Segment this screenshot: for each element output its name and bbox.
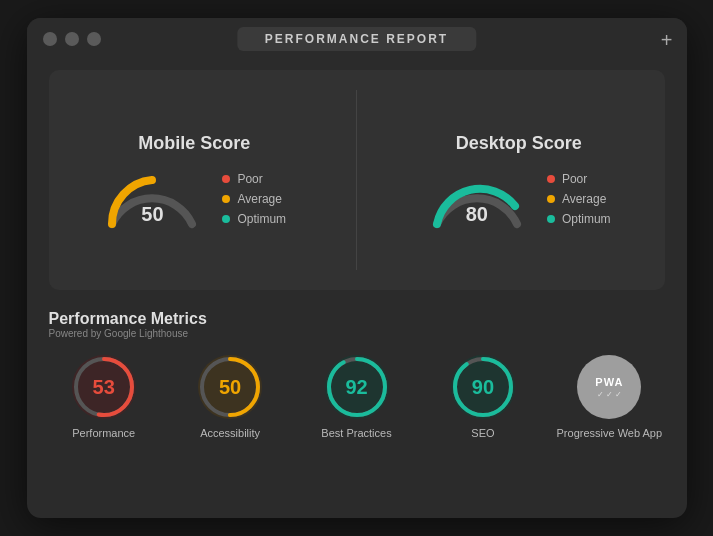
pwa-label: Progressive Web App <box>557 427 663 439</box>
metrics-row: 53 Performance 50 Accessibility <box>49 355 665 439</box>
mobile-legend-poor: Poor <box>222 172 286 186</box>
traffic-light-close[interactable] <box>43 32 57 46</box>
traffic-lights <box>43 32 101 46</box>
desktop-score-body: 80 Poor Average Optimum <box>427 170 611 228</box>
mobile-score-body: 50 Poor Average Optimum <box>102 170 286 228</box>
metrics-title: Performance Metrics <box>49 310 665 328</box>
average-dot <box>222 195 230 203</box>
metric-seo: 90 SEO <box>428 355 538 439</box>
desktop-poor-label: Poor <box>562 172 587 186</box>
metric-accessibility: 50 Accessibility <box>175 355 285 439</box>
poor-dot <box>222 175 230 183</box>
desktop-optimum-label: Optimum <box>562 212 611 226</box>
mobile-score-value: 50 <box>141 203 163 226</box>
desktop-legend-average: Average <box>547 192 611 206</box>
optimum-label: Optimum <box>237 212 286 226</box>
app-window: PERFORMANCE REPORT + Mobile Score 50 <box>27 18 687 518</box>
score-section: Mobile Score 50 Po <box>49 70 665 290</box>
performance-value: 53 <box>93 376 115 399</box>
desktop-poor-dot <box>547 175 555 183</box>
mobile-gauge: 50 <box>102 170 202 228</box>
accessibility-value: 50 <box>219 376 241 399</box>
best-practices-value: 92 <box>345 376 367 399</box>
traffic-light-maximize[interactable] <box>87 32 101 46</box>
titlebar: PERFORMANCE REPORT + <box>27 18 687 60</box>
pwa-icon-text: PWA <box>595 376 623 388</box>
mobile-legend-optimum: Optimum <box>222 212 286 226</box>
mobile-legend: Poor Average Optimum <box>222 172 286 226</box>
metrics-header: Performance Metrics Powered by Google Li… <box>49 310 665 339</box>
mobile-legend-average: Average <box>222 192 286 206</box>
seo-value: 90 <box>472 376 494 399</box>
accessibility-label: Accessibility <box>200 427 260 439</box>
desktop-score-card: Desktop Score 80 Poor <box>427 133 611 228</box>
desktop-average-dot <box>547 195 555 203</box>
best-practices-circle: 92 <box>325 355 389 419</box>
pwa-icon-sub: ✓ ✓ ✓ <box>597 390 622 399</box>
desktop-score-value: 80 <box>466 203 488 226</box>
mobile-score-card: Mobile Score 50 Po <box>102 133 286 228</box>
metrics-section: Performance Metrics Powered by Google Li… <box>49 310 665 439</box>
desktop-legend: Poor Average Optimum <box>547 172 611 226</box>
seo-circle: 90 <box>451 355 515 419</box>
desktop-average-label: Average <box>562 192 606 206</box>
accessibility-circle: 50 <box>198 355 262 419</box>
traffic-light-minimize[interactable] <box>65 32 79 46</box>
desktop-optimum-dot <box>547 215 555 223</box>
metrics-subtitle: Powered by Google Lighthouse <box>49 328 665 339</box>
average-label: Average <box>237 192 281 206</box>
performance-circle: 53 <box>72 355 136 419</box>
performance-label: Performance <box>72 427 135 439</box>
pwa-circle: PWA ✓ ✓ ✓ <box>577 355 641 419</box>
metric-pwa: PWA ✓ ✓ ✓ Progressive Web App <box>554 355 664 439</box>
window-title: PERFORMANCE REPORT <box>237 27 476 51</box>
best-practices-label: Best Practices <box>321 427 391 439</box>
score-divider <box>356 90 357 270</box>
main-content: Mobile Score 50 Po <box>27 60 687 455</box>
desktop-gauge: 80 <box>427 170 527 228</box>
seo-label: SEO <box>471 427 494 439</box>
mobile-score-title: Mobile Score <box>138 133 250 154</box>
metric-performance: 53 Performance <box>49 355 159 439</box>
metric-best-practices: 92 Best Practices <box>301 355 411 439</box>
desktop-legend-poor: Poor <box>547 172 611 186</box>
desktop-score-title: Desktop Score <box>456 133 582 154</box>
poor-label: Poor <box>237 172 262 186</box>
plus-button[interactable]: + <box>661 30 673 50</box>
desktop-legend-optimum: Optimum <box>547 212 611 226</box>
optimum-dot <box>222 215 230 223</box>
